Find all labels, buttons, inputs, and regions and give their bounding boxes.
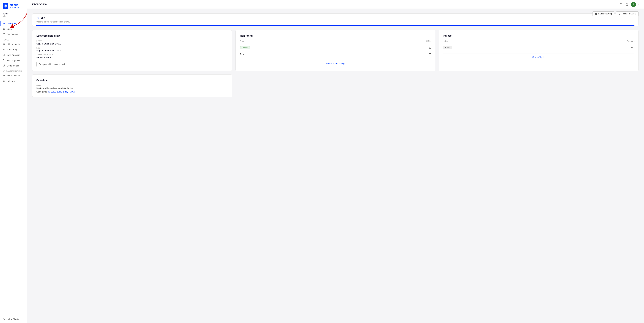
clock-status-icon: ⏱ [36, 17, 39, 20]
external-link-icon [3, 64, 5, 67]
monitoring-row-total: Total 39 [240, 51, 431, 57]
schedule-card: Schedule MAIN Next crawl in ~ 8 hours an… [32, 74, 232, 97]
chart-icon [3, 48, 5, 51]
download-icon [3, 74, 5, 77]
sidebar-item-editor-label: Editor [7, 28, 12, 30]
notification-bell-button[interactable] [619, 2, 623, 7]
bar-chart-icon [3, 54, 5, 56]
sidebar-bottom: Go back to Algolia ↗ [0, 315, 27, 323]
sidebar-item-monitoring[interactable]: Monitoring [0, 47, 27, 52]
monitoring-col-status: Status [240, 40, 370, 44]
user-dropdown-icon[interactable]: ▾ [638, 3, 639, 6]
svg-point-1 [5, 5, 6, 7]
clock-button[interactable] [625, 2, 629, 7]
sidebar-item-external-data-label: External Data [7, 74, 20, 77]
monitoring-col-urls: URLs [370, 40, 431, 44]
algolia-logo-icon [3, 3, 8, 9]
configured-row: Configured at 22:00 every 1 day (UTC) [36, 91, 228, 93]
svg-rect-8 [3, 60, 5, 61]
start-value: Sep. 5, 2024 at 15:13:11 [36, 43, 228, 45]
pause-crawling-button[interactable]: Pause crawling [592, 12, 614, 16]
settings-icon [3, 80, 5, 82]
sidebar-item-data-analysis[interactable]: Data Analysis [0, 52, 27, 58]
logo-crawler: CRAWLER [10, 6, 19, 8]
sidebar-item-url-inspector[interactable]: URL Inspector [0, 42, 27, 47]
restart-crawling-label: Restart crawling [622, 13, 636, 15]
folder-icon [3, 59, 5, 62]
topbar: Overview R ▾ [27, 0, 644, 9]
sidebar-item-path-explorer-label: Path Explorer [7, 59, 20, 62]
content-wrapper: Pause crawling Restart crawling ⏱ Idle W… [27, 9, 644, 102]
schedule-row: Schedule MAIN Next crawl in ~ 8 hours an… [32, 74, 639, 97]
tools-section-label: TOOLS [0, 37, 27, 42]
sidebar-item-settings-label: Settings [7, 80, 14, 82]
indices-row: richelf 162 [443, 44, 634, 51]
view-in-algolia-label: + View in Algolia [530, 56, 545, 59]
sidebar: algolia CRAWLER richelf Idle Overview Ed… [0, 0, 27, 323]
pause-crawling-label: Pause crawling [598, 13, 612, 15]
code-icon [3, 28, 5, 30]
app-logo: algolia CRAWLER [0, 0, 27, 11]
success-badge: Success [240, 46, 250, 49]
indices-table: Index Records richelf 162 [443, 40, 634, 51]
end-value: Sep. 5, 2024 at 15:13:47 [36, 49, 228, 52]
account-section: richelf Idle [0, 11, 27, 19]
schedule-section-label: MAIN [36, 85, 228, 86]
sidebar-nav: Overview Editor Get Started TOOLS URL In… [0, 19, 27, 315]
sidebar-item-go-to-indices[interactable]: Go to indices [0, 63, 27, 68]
start-label: START [36, 40, 228, 42]
sidebar-item-go-to-indices-label: Go to indices [7, 65, 20, 67]
svg-rect-7 [4, 54, 5, 56]
sidebar-item-editor[interactable]: Editor [0, 26, 27, 32]
status-title: Idle [40, 17, 45, 20]
indices-col-records: Records [546, 40, 634, 44]
sidebar-item-path-explorer[interactable]: Path Explorer [0, 58, 27, 63]
sidebar-item-settings[interactable]: Settings [0, 78, 27, 84]
indices-card: Indices Index Records richelf [439, 30, 639, 71]
account-name: richelf [3, 13, 24, 15]
indices-col-index: Index [443, 40, 546, 44]
index-tag: richelf [443, 46, 452, 49]
rocket-icon [3, 33, 5, 36]
monitoring-card: Monitoring Status URLs Success [236, 30, 435, 71]
status-banner: ⏱ Idle Waiting for the next scheduled cr… [32, 14, 639, 26]
index-name-cell: richelf [443, 44, 546, 51]
compare-previous-crawl-button[interactable]: Compare with previous crawl [36, 62, 67, 67]
crawl-action-buttons: Pause crawling Restart crawling [592, 12, 639, 16]
external-link-icon: ↗ [546, 56, 547, 58]
go-back-algolia-link[interactable]: Go back to Algolia ↗ [3, 318, 24, 320]
monitoring-row-success: Success 39 [240, 44, 431, 51]
account-status: Idle [3, 15, 24, 17]
logo-text: algolia CRAWLER [10, 4, 19, 8]
end-label: END [36, 47, 228, 49]
sidebar-item-get-started[interactable]: Get Started [0, 32, 27, 37]
logo-algolia: algolia [10, 4, 19, 6]
monitoring-total-count: 39 [370, 51, 431, 57]
sidebar-item-data-analysis-label: Data Analysis [7, 54, 20, 56]
status-subtitle: Waiting for the next scheduled crawl... [36, 21, 634, 23]
monitoring-title: Monitoring [240, 34, 431, 37]
monitoring-success-count: 39 [370, 44, 431, 51]
config-section-label: MY CONFIGURATION [0, 68, 27, 73]
sidebar-item-overview[interactable]: Overview [0, 21, 27, 26]
view-in-algolia-link[interactable]: + View in Algolia ↗ [443, 54, 634, 59]
configured-value-link[interactable]: at 22:00 every 1 day (UTC) [48, 91, 75, 93]
view-in-monitoring-link[interactable]: + View in Monitoring [240, 60, 431, 65]
topbar-actions: R ▾ [619, 2, 639, 7]
go-back-algolia-label: Go back to Algolia [3, 318, 19, 320]
duration-value: a few seconds [36, 56, 228, 59]
sidebar-item-external-data[interactable]: External Data [0, 73, 27, 78]
cards-grid: Last complete crawl START Sep. 5, 2024 a… [32, 30, 639, 71]
last-crawl-title: Last complete crawl [36, 34, 228, 37]
sidebar-item-url-inspector-label: URL Inspector [7, 43, 21, 46]
duration-label: TOTAL DURATION [36, 54, 228, 56]
sidebar-item-get-started-label: Get Started [7, 33, 18, 36]
restart-crawling-button[interactable]: Restart crawling [616, 12, 639, 16]
link-icon [3, 43, 5, 46]
svg-rect-13 [596, 13, 597, 15]
progress-bar [36, 25, 634, 26]
svg-rect-5 [3, 55, 4, 56]
sidebar-item-overview-label: Overview [7, 22, 16, 25]
user-avatar[interactable]: R [631, 2, 636, 7]
monitoring-table: Status URLs Success 39 [240, 40, 431, 57]
